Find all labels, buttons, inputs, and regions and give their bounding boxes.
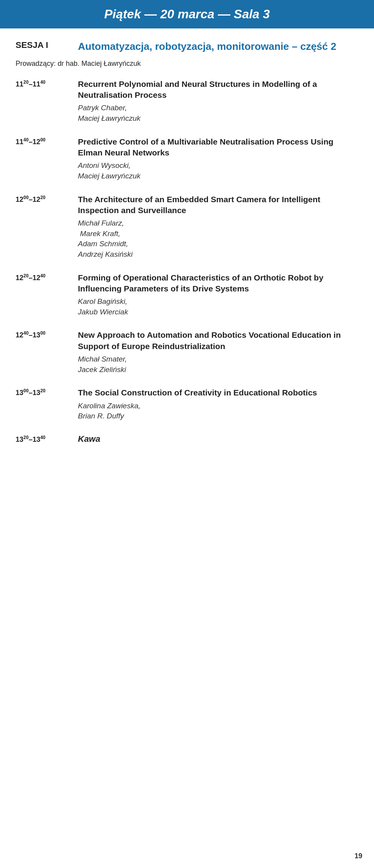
schedule-row-3: 1200–1220 The Architecture of an Embedde… bbox=[16, 194, 358, 260]
session-header: SESJA I Automatyzacja, robotyzacja, moni… bbox=[16, 40, 358, 56]
talk-authors-2: Antoni Wysocki,Maciej Ławryńczuk bbox=[78, 161, 358, 181]
talk-authors-1: Patryk Chaber,Maciej Ławryńczuk bbox=[78, 103, 358, 123]
talk-authors-5: Michał Smater,Jacek Zieliński bbox=[78, 354, 358, 375]
time-col-3: 1200–1220 bbox=[16, 194, 78, 204]
header-title: Piątek — 20 marca — Sala 3 bbox=[104, 7, 270, 21]
prowadzacy-name: dr hab. Maciej Ławryńczuk bbox=[58, 60, 141, 67]
time-col-5: 1240–1300 bbox=[16, 330, 78, 339]
time-col-1: 1120–1140 bbox=[16, 79, 78, 88]
time-text-1: 1120–1140 bbox=[16, 80, 46, 88]
kawa-content-col: Kawa bbox=[78, 434, 358, 444]
schedule-row-6: 1300–1320 The Social Construction of Cre… bbox=[16, 387, 358, 422]
talk-authors-4: Karol Bagiński,Jakub Wierciak bbox=[78, 296, 358, 317]
time-col-2: 1140–1200 bbox=[16, 136, 78, 146]
prowadzacy-row: Prowadzący: dr hab. Maciej Ławryńczuk bbox=[16, 60, 358, 68]
content-col-2: Predictive Control of a Multivariable Ne… bbox=[78, 136, 358, 182]
main-content: SESJA I Automatyzacja, robotyzacja, moni… bbox=[0, 28, 374, 480]
talk-title-5: New Approach to Automation and Robotics … bbox=[78, 330, 358, 352]
content-col-3: The Architecture of an Embedded Smart Ca… bbox=[78, 194, 358, 260]
kawa-time-text: 1320–1340 bbox=[16, 436, 46, 443]
talk-title-3: The Architecture of an Embedded Smart Ca… bbox=[78, 194, 358, 216]
session-info-col: Automatyzacja, robotyzacja, monitorowani… bbox=[78, 40, 358, 56]
time-col-6: 1300–1320 bbox=[16, 387, 78, 397]
talk-authors-6: Karolina Zawieska,Brian R. Duffy bbox=[78, 401, 358, 422]
prowadzacy-label: Prowadzący: bbox=[16, 60, 56, 67]
time-text-4: 1220–1240 bbox=[16, 274, 46, 282]
talk-authors-3: Michał Fularz, Marek Kraft,Adam Schmidt,… bbox=[78, 218, 358, 259]
content-col-5: New Approach to Automation and Robotics … bbox=[78, 330, 358, 375]
kawa-label: Kawa bbox=[78, 434, 100, 444]
schedule-row-2: 1140–1200 Predictive Control of a Multiv… bbox=[16, 136, 358, 182]
page-number: 19 bbox=[355, 852, 362, 860]
schedule-row-5: 1240–1300 New Approach to Automation and… bbox=[16, 330, 358, 375]
talk-title-6: The Social Construction of Creativity in… bbox=[78, 387, 358, 398]
time-text-2: 1140–1200 bbox=[16, 138, 46, 146]
schedule-row-4: 1220–1240 Forming of Operational Charact… bbox=[16, 272, 358, 318]
talk-title-4: Forming of Operational Characteristics o… bbox=[78, 272, 358, 295]
session-label-col: SESJA I bbox=[16, 40, 78, 50]
talk-title-2: Predictive Control of a Multivariable Ne… bbox=[78, 136, 358, 159]
time-text-6: 1300–1320 bbox=[16, 389, 46, 397]
time-col-4: 1220–1240 bbox=[16, 272, 78, 282]
schedule-row-1: 1120–1140 Recurrent Polynomial and Neura… bbox=[16, 79, 358, 124]
session-title: Automatyzacja, robotyzacja, monitorowani… bbox=[78, 40, 358, 53]
time-text-5: 1240–1300 bbox=[16, 331, 46, 339]
header-bar: Piątek — 20 marca — Sala 3 bbox=[0, 0, 374, 28]
kawa-row: 1320–1340 Kawa bbox=[16, 434, 358, 444]
session-label: SESJA I bbox=[16, 40, 48, 50]
kawa-time-col: 1320–1340 bbox=[16, 434, 78, 444]
time-text-3: 1200–1220 bbox=[16, 196, 46, 203]
talk-title-1: Recurrent Polynomial and Neural Structur… bbox=[78, 79, 358, 101]
content-col-1: Recurrent Polynomial and Neural Structur… bbox=[78, 79, 358, 124]
content-col-4: Forming of Operational Characteristics o… bbox=[78, 272, 358, 318]
content-col-6: The Social Construction of Creativity in… bbox=[78, 387, 358, 422]
